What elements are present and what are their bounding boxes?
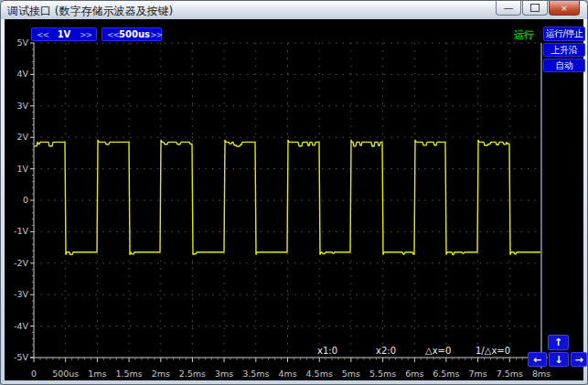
app-window: 调试接口 (数字存储示波器及按键) — × 5V4V3V2V1V0-1V-2V-… — [0, 0, 588, 385]
y-tick-label: 3V — [16, 101, 28, 111]
y-tick-label: 0 — [23, 195, 28, 205]
y-tick-label: -1V — [14, 226, 28, 236]
time-increase-button[interactable]: >> — [150, 30, 162, 39]
waveform-trace — [34, 140, 540, 254]
x-tick-label: 6ms — [405, 369, 423, 379]
y-tick-label: -2V — [14, 258, 28, 268]
pan-down-button[interactable]: ↓ — [549, 352, 569, 367]
x-tick-label: 4ms — [278, 369, 296, 379]
x-tick-label: 1.5ms — [115, 369, 142, 379]
y-tick-label: 4V — [16, 69, 28, 79]
y-tick-label: 5V — [16, 37, 28, 48]
time-scale-value: 500us — [119, 29, 150, 39]
x-tick-label: 0 — [31, 369, 37, 379]
volt-scale-value: 1V — [58, 29, 71, 39]
x-tick-label: 500us — [52, 369, 79, 379]
x-tick-label: 1ms — [88, 369, 106, 379]
pan-left-button[interactable]: ← — [528, 352, 547, 367]
x-tick-label: 5ms — [342, 369, 360, 379]
y-tick-label: -4V — [14, 321, 28, 331]
measurement-delta-x: △x=0 — [425, 346, 451, 356]
x-tick-label: 4.5ms — [306, 369, 333, 379]
run-status-text: 运行 — [514, 28, 534, 42]
measurement-inv-delta-x: 1/△x=0 — [476, 346, 510, 356]
volt-increase-button[interactable]: >> — [80, 30, 91, 39]
x-tick-label: 2ms — [152, 369, 170, 379]
x-tick-label: 5.5ms — [369, 369, 396, 379]
measurement-x2: x2:0 — [376, 346, 396, 356]
y-tick-label: -5V — [14, 352, 28, 362]
measurement-x1: x1:0 — [317, 346, 337, 356]
pan-up-button[interactable]: ↑ — [548, 335, 569, 350]
y-tick-label: 2V — [16, 132, 28, 142]
y-tick-label: -3V — [14, 289, 28, 299]
trigger-edge-button[interactable]: 上升沿 — [543, 43, 585, 57]
x-tick-label: 3ms — [215, 369, 233, 379]
x-tick-label: 8ms — [532, 369, 551, 379]
x-tick-label: 6.5ms — [433, 369, 459, 379]
scope-axes — [30, 43, 548, 369]
x-tick-label: 2.5ms — [179, 369, 206, 379]
auto-button[interactable]: 自动 — [543, 59, 585, 72]
pan-right-button[interactable]: → — [571, 352, 587, 367]
x-tick-label: 7.5ms — [497, 369, 523, 379]
time-scale-control[interactable]: << 500us >> — [102, 27, 162, 41]
run-stop-button[interactable]: 运行/停止 — [543, 27, 585, 41]
x-tick-label: 7ms — [468, 369, 486, 379]
time-decrease-button[interactable]: << — [107, 30, 119, 39]
x-tick-label: 3.5ms — [242, 369, 269, 379]
y-tick-label: 1V — [16, 164, 28, 174]
volt-scale-control[interactable]: << 1V >> — [31, 27, 97, 41]
oscilloscope-display[interactable]: 5V4V3V2V1V0-1V-2V-3V-4V-5V0500us1ms1.5ms… — [1, 1, 588, 385]
volt-decrease-button[interactable]: << — [37, 30, 48, 39]
scope-tick-labels: 5V4V3V2V1V0-1V-2V-3V-4V-5V0500us1ms1.5ms… — [14, 37, 551, 379]
